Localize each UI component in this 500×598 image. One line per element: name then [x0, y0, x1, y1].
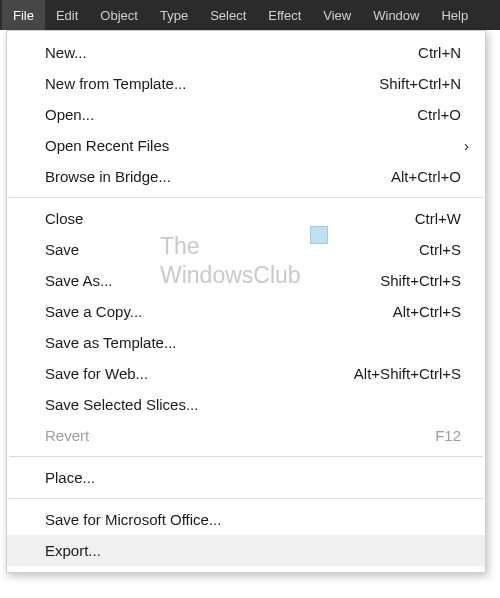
menu-item-revert: Revert F12 [7, 420, 485, 451]
menu-item-save-for-web[interactable]: Save for Web... Alt+Shift+Ctrl+S [7, 358, 485, 389]
menu-item-label: Save [45, 241, 419, 258]
menu-label: View [323, 8, 351, 23]
menu-item-shortcut: Ctrl+W [415, 210, 461, 227]
menu-label: Select [210, 8, 246, 23]
menu-item-close[interactable]: Close Ctrl+W [7, 203, 485, 234]
menu-item-label: Browse in Bridge... [45, 168, 391, 185]
menu-select[interactable]: Select [199, 0, 257, 30]
menu-item-save-as[interactable]: Save As... Shift+Ctrl+S [7, 265, 485, 296]
menu-view[interactable]: View [312, 0, 362, 30]
menu-item-new-from-template[interactable]: New from Template... Shift+Ctrl+N [7, 68, 485, 99]
menu-item-browse-in-bridge[interactable]: Browse in Bridge... Alt+Ctrl+O [7, 161, 485, 192]
menu-item-save-a-copy[interactable]: Save a Copy... Alt+Ctrl+S [7, 296, 485, 327]
chevron-right-icon: › [464, 138, 469, 153]
menu-item-label: Open... [45, 106, 417, 123]
menu-item-label: Close [45, 210, 415, 227]
menu-item-label: Export... [45, 542, 461, 559]
menu-separator [9, 197, 483, 198]
menu-label: Edit [56, 8, 78, 23]
menu-item-shortcut: Shift+Ctrl+N [379, 75, 461, 92]
menu-effect[interactable]: Effect [257, 0, 312, 30]
menu-item-save-for-ms-office[interactable]: Save for Microsoft Office... [7, 504, 485, 535]
menubar: File Edit Object Type Select Effect View… [0, 0, 500, 30]
menu-item-shortcut: Alt+Ctrl+S [393, 303, 461, 320]
menu-help[interactable]: Help [430, 0, 479, 30]
menu-item-label: Save Selected Slices... [45, 396, 461, 413]
menu-label: Window [373, 8, 419, 23]
menu-label: Type [160, 8, 188, 23]
menu-item-label: Save As... [45, 272, 380, 289]
menu-item-shortcut: Ctrl+S [419, 241, 461, 258]
menu-item-label: Save for Web... [45, 365, 354, 382]
menu-item-place[interactable]: Place... [7, 462, 485, 493]
menu-item-label: Open Recent Files [45, 137, 461, 154]
menu-item-save[interactable]: Save Ctrl+S [7, 234, 485, 265]
menu-item-label: Place... [45, 469, 461, 486]
file-menu-dropdown: New... Ctrl+N New from Template... Shift… [6, 30, 486, 573]
menu-edit[interactable]: Edit [45, 0, 89, 30]
menu-item-label: Save a Copy... [45, 303, 393, 320]
menu-window[interactable]: Window [362, 0, 430, 30]
menu-item-label: Revert [45, 427, 435, 444]
menu-object[interactable]: Object [89, 0, 149, 30]
menu-item-save-selected-slices[interactable]: Save Selected Slices... [7, 389, 485, 420]
menu-item-shortcut: Ctrl+O [417, 106, 461, 123]
menu-label: Object [100, 8, 138, 23]
menu-item-label: Save as Template... [45, 334, 461, 351]
menu-item-label: New from Template... [45, 75, 379, 92]
menu-label: Help [441, 8, 468, 23]
menu-item-save-as-template[interactable]: Save as Template... [7, 327, 485, 358]
menu-type[interactable]: Type [149, 0, 199, 30]
menu-item-shortcut: Alt+Shift+Ctrl+S [354, 365, 461, 382]
menu-item-shortcut: Shift+Ctrl+S [380, 272, 461, 289]
menu-label: Effect [268, 8, 301, 23]
menu-item-label: Save for Microsoft Office... [45, 511, 461, 528]
menu-item-export[interactable]: Export... [7, 535, 485, 566]
menu-separator [9, 456, 483, 457]
menu-item-open[interactable]: Open... Ctrl+O [7, 99, 485, 130]
menu-item-open-recent[interactable]: Open Recent Files › [7, 130, 485, 161]
menu-label: File [13, 8, 34, 23]
menu-item-label: New... [45, 44, 418, 61]
menu-item-shortcut: F12 [435, 427, 461, 444]
menu-file[interactable]: File [2, 0, 45, 30]
menu-item-new[interactable]: New... Ctrl+N [7, 37, 485, 68]
menu-separator [9, 498, 483, 499]
menu-item-shortcut: Ctrl+N [418, 44, 461, 61]
menu-item-shortcut: Alt+Ctrl+O [391, 168, 461, 185]
